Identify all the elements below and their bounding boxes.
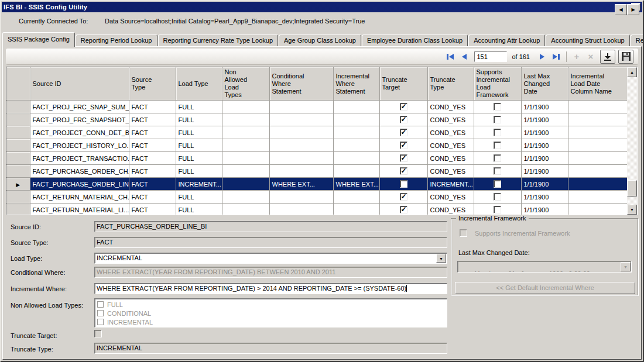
add-record-button[interactable]: + xyxy=(570,50,583,63)
vertical-scrollbar[interactable]: ▲ ▼ xyxy=(627,67,637,215)
table-row[interactable]: FACT_PROJECT_CONN_DET_BIFACTFULLCOND_YES… xyxy=(6,126,627,139)
checkbox-icon[interactable] xyxy=(494,142,501,149)
cell-source-id[interactable]: FACT_PROJECT_HISTORY_LO... xyxy=(30,139,129,152)
import-button[interactable] xyxy=(600,50,615,64)
cell-truncate-target[interactable] xyxy=(379,101,427,113)
cell-source-type[interactable]: FACT xyxy=(129,204,176,216)
cell-load-type[interactable]: FULL xyxy=(176,152,222,165)
source-id-field[interactable]: FACT_PURCHASE_ORDER_LINE_BI xyxy=(94,221,447,232)
cell-incremental-where[interactable] xyxy=(333,152,379,165)
column-header[interactable] xyxy=(6,67,30,101)
cell-non-allowed[interactable] xyxy=(222,152,269,165)
cell-last-max-changed[interactable]: 1/1/1900 xyxy=(521,165,568,178)
tab-reporting-period-lookup[interactable]: Reporting Period Lookup xyxy=(76,35,157,47)
table-row[interactable]: ▶FACT_PURCHASE_ORDER_LIN...FACTINCREMENT… xyxy=(6,178,627,191)
cell-last-max-changed[interactable]: 1/1/1900 xyxy=(521,113,568,126)
cell-truncate-type[interactable]: COND_YES xyxy=(427,152,474,165)
cell-incremental-where[interactable] xyxy=(333,113,379,126)
cell-source-type[interactable]: FACT xyxy=(129,139,176,152)
cell-source-id[interactable]: FACT_RETURN_MATERIAL_CH... xyxy=(30,191,129,204)
cell-incremental-load-date-col[interactable] xyxy=(568,165,627,178)
tab-accounting-struct-lookup[interactable]: Accounting Struct Lookup xyxy=(546,35,629,47)
column-header[interactable]: Source ID xyxy=(30,67,129,101)
row-selector[interactable] xyxy=(6,165,30,178)
cell-source-id[interactable]: FACT_PURCHASE_ORDER_LIN... xyxy=(30,178,129,191)
checkbox-icon[interactable] xyxy=(494,116,501,123)
cell-truncate-type[interactable]: INCREMENT... xyxy=(427,178,474,191)
cell-incremental-where[interactable] xyxy=(333,101,379,113)
column-header[interactable]: Incremental Where Statement xyxy=(333,67,379,101)
checkbox-icon[interactable] xyxy=(494,206,501,213)
cell-last-max-changed[interactable]: 1/1/1900 xyxy=(521,101,568,113)
checkbox-icon[interactable] xyxy=(494,129,501,136)
cell-incremental-load-date-col[interactable] xyxy=(568,178,627,191)
column-header[interactable]: Last Max Changed Date xyxy=(521,67,568,101)
cell-truncate-type[interactable]: COND_YES xyxy=(427,139,474,152)
checkbox-icon[interactable] xyxy=(400,154,407,162)
cell-non-allowed[interactable] xyxy=(222,191,269,204)
last-record-button[interactable] xyxy=(550,50,563,63)
cell-load-type[interactable]: INCREMENT... xyxy=(176,178,222,191)
cell-conditional-where[interactable]: WHERE EXT... xyxy=(269,178,333,191)
table-row[interactable]: FACT_PROJECT_HISTORY_LO...FACTFULLCOND_Y… xyxy=(6,139,627,152)
cell-truncate-target[interactable] xyxy=(379,139,427,152)
cell-source-id[interactable]: FACT_RETURN_MATERIAL_LI... xyxy=(30,204,129,216)
delete-record-button[interactable]: × xyxy=(584,50,597,63)
cell-incremental-where[interactable] xyxy=(333,191,379,204)
cell-last-max-changed[interactable]: 1/1/1900 xyxy=(521,126,568,139)
cell-source-id[interactable]: FACT_PROJ_FRC_SNAP_SUM_BI xyxy=(30,101,129,113)
checkbox-icon[interactable] xyxy=(494,167,501,175)
cell-incremental-where[interactable] xyxy=(333,165,379,178)
row-selector[interactable] xyxy=(6,126,30,139)
cell-truncate-type[interactable]: COND_YES xyxy=(427,165,474,178)
cell-last-max-changed[interactable]: 1/1/1900 xyxy=(521,152,568,165)
row-selector[interactable] xyxy=(6,204,30,216)
load-type-dropdown-button[interactable]: ▼ xyxy=(436,254,446,263)
tab-accounting-attr-lookup[interactable]: Accounting Attr Lookup xyxy=(468,35,545,47)
cell-truncate-target[interactable] xyxy=(379,191,427,204)
cell-source-type[interactable]: FACT xyxy=(129,126,176,139)
column-header[interactable]: Conditional Where Statement xyxy=(269,67,333,101)
tab-scroll-right-button[interactable]: ▶ xyxy=(627,4,639,15)
cell-supports-incremental[interactable] xyxy=(474,191,521,204)
row-selector[interactable] xyxy=(6,101,30,113)
cell-supports-incremental[interactable] xyxy=(474,152,521,165)
tab-reporting-currency-rate-type-lookup[interactable]: Reporting Currency Rate Type Lookup xyxy=(158,35,279,47)
checkbox-icon[interactable] xyxy=(494,154,501,162)
save-button[interactable] xyxy=(618,50,633,64)
cell-conditional-where[interactable] xyxy=(269,101,333,113)
cell-conditional-where[interactable] xyxy=(269,126,333,139)
cell-load-type[interactable]: FULL xyxy=(176,204,222,216)
list-item[interactable]: INCREMENTAL xyxy=(97,318,444,326)
cell-conditional-where[interactable] xyxy=(269,113,333,126)
cell-supports-incremental[interactable] xyxy=(474,165,521,178)
truncate-target-checkbox[interactable] xyxy=(94,330,102,337)
column-header[interactable]: Truncate Type xyxy=(427,67,474,101)
record-position-input[interactable] xyxy=(474,51,507,62)
non-allowed-load-types-listbox[interactable]: FULLCONDITIONALINCREMENTAL xyxy=(94,298,447,327)
cell-incremental-load-date-col[interactable] xyxy=(568,204,627,216)
cell-non-allowed[interactable] xyxy=(222,139,269,152)
cell-incremental-load-date-col[interactable] xyxy=(568,101,627,113)
cell-truncate-target[interactable] xyxy=(379,178,427,191)
cell-conditional-where[interactable] xyxy=(269,152,333,165)
scroll-up-button[interactable]: ▲ xyxy=(627,67,637,77)
cell-truncate-type[interactable]: COND_YES xyxy=(427,126,474,139)
column-header[interactable]: Incremental Load Date Column Name xyxy=(568,67,627,101)
row-selector[interactable] xyxy=(6,191,30,204)
cell-non-allowed[interactable] xyxy=(222,178,269,191)
tab-reverse-inc[interactable]: Reverse Inc xyxy=(631,35,644,47)
cell-non-allowed[interactable] xyxy=(222,101,269,113)
previous-record-button[interactable] xyxy=(458,50,471,63)
tab-scroll-left-button[interactable]: ◀ xyxy=(615,4,627,15)
checkbox-icon[interactable] xyxy=(400,167,407,175)
table-row[interactable]: FACT_PROJECT_TRANSACTIO...FACTFULLCOND_Y… xyxy=(6,152,627,165)
row-selector[interactable] xyxy=(6,152,30,165)
checkbox-icon[interactable] xyxy=(400,103,407,111)
cell-conditional-where[interactable] xyxy=(269,204,333,216)
cell-incremental-load-date-col[interactable] xyxy=(568,113,627,126)
checkbox-icon[interactable] xyxy=(400,193,407,201)
cell-conditional-where[interactable] xyxy=(269,165,333,178)
cell-non-allowed[interactable] xyxy=(222,165,269,178)
checkbox-icon[interactable] xyxy=(97,319,104,325)
